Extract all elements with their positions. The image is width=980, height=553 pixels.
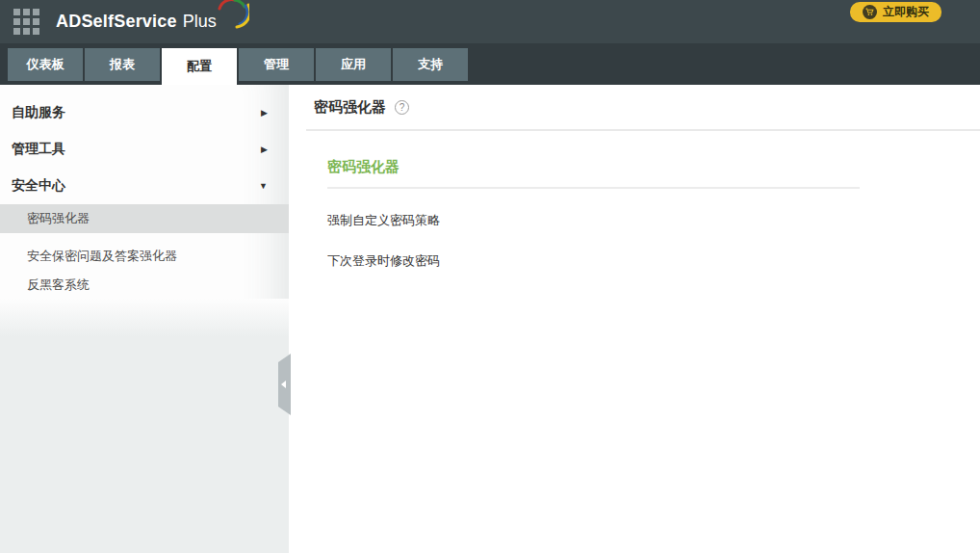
section-underline: [327, 187, 860, 189]
main-nav-tabbar: 仪表板 报表 配置 管理 应用 支持: [0, 43, 980, 85]
sidebar-group-label: 自助服务: [12, 104, 65, 121]
link-change-password-next-logon[interactable]: 下次登录时修改密码: [327, 252, 440, 270]
buy-now-button[interactable]: 立即购买: [850, 2, 941, 22]
sidebar-item-anti-hacker-system[interactable]: 反黑客系统: [0, 271, 289, 300]
tab-admin[interactable]: 管理: [239, 48, 314, 81]
shopping-cart-icon: [863, 5, 877, 19]
sidebar-group-admin-tools[interactable]: 管理工具 ▶: [0, 131, 289, 168]
help-icon[interactable]: ?: [395, 100, 409, 115]
sidebar-item-security-qa-strengthener[interactable]: 安全保密问题及答案强化器: [0, 242, 289, 271]
sidebar-nav: 自助服务 ▶ 管理工具 ▶ 安全中心 ▼ 密码强化器 安全保密问题及答案强化器 …: [0, 85, 289, 300]
top-header: ADSelfService Plus 立即购买: [0, 0, 980, 43]
chevron-down-icon: ▼: [259, 181, 268, 191]
tab-apps[interactable]: 应用: [316, 48, 391, 81]
chevron-right-icon: ▶: [261, 108, 268, 118]
tab-configuration[interactable]: 配置: [162, 48, 237, 85]
section-title: 密码强化器: [327, 158, 980, 176]
sidebar: 自助服务 ▶ 管理工具 ▶ 安全中心 ▼ 密码强化器 安全保密问题及答案强化器 …: [0, 85, 289, 553]
tab-support[interactable]: 支持: [393, 48, 468, 81]
tab-reports[interactable]: 报表: [85, 48, 160, 81]
buy-now-label: 立即购买: [883, 4, 929, 20]
sidebar-filler: [0, 299, 289, 553]
logo-swoosh-icon: [215, 0, 249, 34]
chevron-right-icon: ▶: [261, 145, 268, 154]
brand-name: ADSelfService: [56, 12, 177, 32]
sidebar-group-label: 安全中心: [12, 177, 65, 195]
link-enforce-custom-password-policy[interactable]: 强制自定义密码策略: [327, 212, 440, 229]
app-window: ADSelfService Plus 立即购买: [0, 0, 980, 553]
sidebar-group-self-service[interactable]: 自助服务 ▶: [0, 94, 289, 131]
brand-suffix: Plus: [183, 12, 217, 32]
title-divider: [306, 129, 980, 131]
sidebar-collapse-handle[interactable]: [278, 354, 291, 415]
page-title: 密码强化器: [314, 98, 386, 117]
page-title-row: 密码强化器 ?: [289, 98, 980, 117]
page-body: 自助服务 ▶ 管理工具 ▶ 安全中心 ▼ 密码强化器 安全保密问题及答案强化器 …: [0, 85, 980, 553]
sidebar-group-label: 管理工具: [12, 141, 65, 158]
main-content: 密码强化器 ? 密码强化器 强制自定义密码策略 下次登录时修改密码: [289, 85, 980, 553]
brand-logo: ADSelfService Plus: [56, 10, 249, 34]
apps-grid-icon[interactable]: [13, 9, 39, 35]
sidebar-group-security-center[interactable]: 安全中心 ▼: [0, 168, 289, 204]
chevron-left-icon: [281, 381, 286, 388]
tab-dashboard[interactable]: 仪表板: [8, 48, 83, 81]
sidebar-item-password-strengthener[interactable]: 密码强化器: [0, 204, 289, 233]
